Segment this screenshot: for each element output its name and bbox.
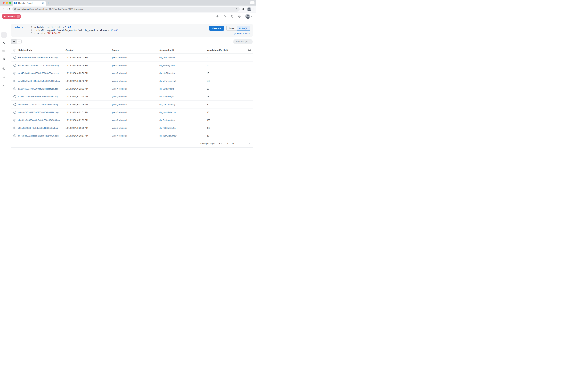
relative-path-link[interactable]: c075fbdd97124beaba95bc5c25149f30.bag: [18, 134, 66, 137]
expand-row-button[interactable]: [11, 79, 18, 83]
sidebar-item-ai[interactable]: [1, 40, 7, 46]
association-id-link[interactable]: ds_u6yluj8lbjvp: [159, 88, 207, 90]
expand-row-button[interactable]: [11, 56, 18, 59]
dark-mode-toggle[interactable]: [238, 15, 241, 18]
source-cell[interactable]: yves@roboto.ai: [112, 80, 159, 82]
execute-button[interactable]: Execute: [209, 26, 224, 31]
association-id-link[interactable]: ds_qzr102ijb4d1: [159, 56, 207, 58]
column-header-source[interactable]: Source: [110, 48, 159, 52]
sidebar-item-metrics[interactable]: [1, 24, 7, 30]
association-id-link[interactable]: ds_od624uvklirg: [159, 103, 207, 106]
column-header-created[interactable]: Created: [64, 48, 112, 52]
relative-path-link[interactable]: cc8c0bf57f984915a77078b10eb33198.bag: [18, 111, 66, 114]
next-page-button[interactable]: [248, 142, 251, 145]
browser-tab[interactable]: R Roboto - Search ✕: [13, 1, 46, 6]
sidebar-item-docs[interactable]: [1, 74, 7, 80]
reload-button[interactable]: [7, 8, 10, 10]
relative-path-link[interactable]: daa9fce50073470398da3c2bccdaf21b.bag: [18, 88, 66, 90]
tab-search-button[interactable]: [250, 1, 254, 4]
association-id-link[interactable]: ds_my119siet2ss: [159, 111, 207, 114]
sidebar-item-settings[interactable]: [1, 66, 7, 72]
expand-row-button[interactable]: [11, 72, 18, 75]
association-id-link[interactable]: ds_vofyr0z5yzn7: [159, 95, 207, 98]
relative-path-link[interactable]: ddb615d9bb22484cabc6545b632a1025.bag: [18, 80, 66, 82]
notifications-button[interactable]: [231, 15, 234, 18]
tab-close-icon[interactable]: ✕: [41, 2, 44, 5]
per-page-select[interactable]: 25: [218, 142, 223, 145]
relative-path-link[interactable]: cba3ddd5c3664a43b6a08e586e094900.bag: [18, 119, 66, 121]
sidebar-item-datasets[interactable]: [1, 56, 7, 62]
source-cell[interactable]: yves@roboto.ai: [112, 134, 159, 137]
mode-basic-button[interactable]: Basic: [226, 26, 237, 31]
expand-row-button[interactable]: [11, 111, 18, 114]
url-bar[interactable]: app.roboto.ai/search?queryId=q_91a12gkz1…: [12, 7, 240, 12]
relative-path-link[interactable]: efa5c96f05594f41a2498eb9f2e7ad99.bag: [18, 56, 66, 58]
expand-row-button[interactable]: [11, 119, 18, 122]
source-cell[interactable]: yves@roboto.ai: [112, 88, 159, 90]
site-settings-icon[interactable]: [14, 8, 16, 10]
relative-path-link[interactable]: c65c4acf86954f8cbd53a3541a3bfa3a.bag: [18, 127, 66, 129]
source-cell[interactable]: yves@roboto.ai: [112, 111, 159, 114]
column-settings-button[interactable]: [246, 49, 253, 51]
relative-path-link[interactable]: d1e57234fd6a463d963670938f9f556e.bag: [18, 95, 66, 98]
query-code[interactable]: 1metadata.traffic_light > 5 AND2topics[0…: [30, 26, 206, 35]
table-view-button[interactable]: [11, 39, 17, 44]
browser-profile-avatar[interactable]: [247, 7, 251, 11]
relative-path-link[interactable]: eac3102e4cc24d4b95532bcc711a902f.bag: [18, 64, 66, 67]
source-cell[interactable]: yves@roboto.ai: [112, 127, 159, 129]
expand-row-button[interactable]: [11, 103, 18, 106]
source-cell[interactable]: yves@roboto.ai: [112, 119, 159, 121]
url-text[interactable]: app.roboto.ai/search?queryId=q_91a12gkz1…: [17, 8, 234, 10]
association-id-link[interactable]: ds_71m0yzr7ms64: [159, 134, 207, 137]
relative-path-link[interactable]: cf550d9670274ac1a7f274fbacb39c48.bag: [18, 103, 66, 106]
roboql-docs-link[interactable]: RoboQL Docs: [233, 32, 250, 35]
back-button[interactable]: [2, 8, 5, 11]
association-id-link[interactable]: ds_h953bzbsu0ni: [159, 127, 207, 129]
previous-page-button[interactable]: [241, 142, 243, 145]
column-header-traffic-light[interactable]: Metadata.traffic_light: [205, 48, 246, 52]
org-switcher-button[interactable]: ROS Demo: [2, 14, 21, 19]
selected-dropdown[interactable]: Selected (0): [233, 39, 253, 44]
extensions-button[interactable]: [242, 8, 245, 10]
search-button[interactable]: [223, 15, 226, 18]
kebab-menu-icon: [253, 8, 254, 10]
code-text: metadata.traffic_light > 5 AND: [35, 26, 71, 29]
grid-view-button[interactable]: [16, 39, 22, 44]
chevron-right-icon: [248, 142, 251, 145]
sidebar-item-search[interactable]: [1, 32, 7, 38]
expand-row-button[interactable]: [11, 64, 18, 67]
association-id-link[interactable]: ds_ukc7bhcbjtpv: [159, 72, 207, 74]
column-header-relative-path[interactable]: Relative Path: [18, 48, 66, 52]
expand-row-button[interactable]: [11, 87, 18, 90]
roboql-docs-label: RoboQL Docs: [237, 32, 250, 35]
source-cell[interactable]: yves@roboto.ai: [112, 95, 159, 98]
code-line: 1metadata.traffic_light > 5 AND: [30, 26, 206, 29]
query-scope-dropdown[interactable]: Files: [15, 26, 23, 29]
create-button[interactable]: [216, 15, 219, 18]
minimize-window-button[interactable]: [6, 2, 8, 4]
expand-row-button[interactable]: [11, 134, 18, 137]
source-cell[interactable]: yves@roboto.ai: [112, 103, 159, 106]
column-header-association-id[interactable]: Association Id: [158, 48, 207, 52]
source-cell[interactable]: yves@roboto.ai: [112, 56, 159, 58]
bookmark-star-icon[interactable]: [235, 8, 238, 10]
sidebar-item-recordings[interactable]: [1, 48, 7, 54]
source-cell[interactable]: yves@roboto.ai: [112, 64, 159, 67]
expand-row-button[interactable]: [11, 95, 18, 98]
new-tab-button[interactable]: +: [47, 2, 49, 5]
maximize-window-button[interactable]: [9, 2, 11, 4]
association-id-link[interactable]: ds_0gs3plpy8egj: [159, 119, 207, 121]
user-menu[interactable]: [245, 14, 252, 19]
relative-path-link[interactable]: de943e246dad4ad686de98008a634ecf.bag: [18, 72, 66, 74]
browser-tab-strip: R Roboto - Search ✕ +: [0, 0, 256, 6]
source-cell[interactable]: yves@roboto.ai: [112, 72, 159, 74]
expand-row-button[interactable]: [11, 126, 18, 130]
main-content: Files 1metadata.traffic_light > 5 AND2to…: [8, 20, 256, 160]
mode-roboql-button[interactable]: RoboQL: [237, 26, 250, 31]
association-id-link[interactable]: ds_2w0wnjo4ixkc: [159, 64, 207, 67]
close-window-button[interactable]: [3, 2, 5, 4]
gear-icon: [248, 49, 251, 51]
association-id-link[interactable]: ds_y34cvowrrzq3: [159, 80, 207, 82]
browser-menu-button[interactable]: [253, 8, 254, 10]
sidebar-item-integrations[interactable]: [1, 84, 7, 90]
